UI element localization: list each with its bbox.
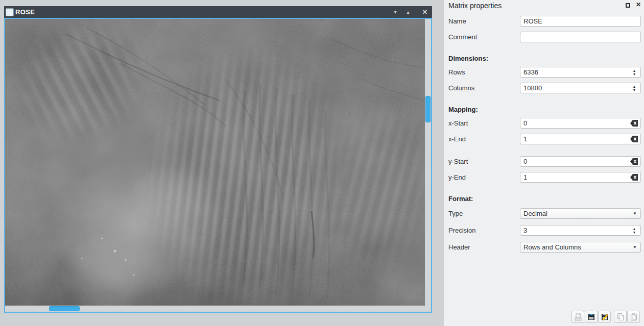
- save-as-button[interactable]: [598, 311, 611, 323]
- x-start-input[interactable]: [520, 118, 641, 129]
- matrix-image-viewport[interactable]: [5, 19, 425, 306]
- close-icon[interactable]: ✕: [420, 6, 430, 18]
- comment-input[interactable]: [520, 32, 641, 42]
- panel-close-icon[interactable]: ✕: [636, 1, 641, 8]
- window-title: ROSE: [15, 8, 35, 16]
- y-end-input[interactable]: [520, 172, 641, 183]
- vertical-scrollbar-handle[interactable]: [425, 96, 431, 122]
- clear-icon[interactable]: [630, 119, 638, 127]
- name-label: Name: [448, 16, 466, 27]
- precision-label: Precision: [448, 225, 475, 236]
- clear-icon[interactable]: [630, 173, 638, 181]
- clear-icon[interactable]: [630, 158, 638, 165]
- rows-spinner[interactable]: ▲ ▼: [631, 67, 638, 77]
- format-heading: Format:: [448, 194, 473, 204]
- shade-icon[interactable]: ▾: [390, 6, 400, 18]
- paste-icon: [630, 313, 638, 321]
- spin-down-icon[interactable]: ▼: [633, 72, 636, 76]
- header-dropdown-value: Rows and Columns: [523, 243, 581, 251]
- dimensions-heading: Dimensions:: [448, 54, 488, 63]
- type-dropdown[interactable]: Decimal ▼: [520, 208, 641, 219]
- spin-down-icon[interactable]: ▼: [633, 231, 636, 234]
- horizontal-scrollbar[interactable]: [5, 306, 425, 312]
- rows-label: Rows: [448, 67, 465, 78]
- import-icon: [574, 313, 582, 321]
- window-titlebar[interactable]: ROSE ▾ ▴ ✕: [4, 6, 432, 18]
- save-icon: [587, 313, 595, 321]
- columns-label: Columns: [448, 83, 474, 93]
- vertical-scrollbar[interactable]: [425, 19, 431, 306]
- header-label: Header: [448, 242, 470, 253]
- precision-input[interactable]: [520, 225, 641, 236]
- chevron-down-icon: ▼: [633, 209, 637, 219]
- save-edit-icon: [601, 313, 609, 321]
- horizontal-scrollbar-handle[interactable]: [49, 306, 80, 311]
- comment-label: Comment: [448, 32, 477, 42]
- spin-up-icon[interactable]: ▲: [633, 85, 636, 88]
- paste-button[interactable]: [627, 311, 640, 323]
- copy-icon: [616, 313, 625, 321]
- clear-icon[interactable]: [630, 135, 638, 143]
- chevron-down-icon: ▼: [633, 242, 637, 253]
- x-end-input[interactable]: [520, 134, 641, 144]
- unshade-icon[interactable]: ▴: [403, 6, 413, 18]
- window-body: [4, 18, 432, 313]
- panel-title: Matrix properties: [448, 2, 502, 10]
- table-icon: [6, 8, 14, 16]
- type-dropdown-value: Decimal: [523, 210, 547, 217]
- rows-input[interactable]: [520, 67, 641, 78]
- x-end-label: x-End: [448, 134, 466, 144]
- precision-spinner[interactable]: ▲ ▼: [631, 225, 638, 235]
- type-label: Type: [448, 208, 463, 219]
- save-button[interactable]: [585, 311, 598, 323]
- columns-input[interactable]: [520, 83, 641, 93]
- name-input[interactable]: [520, 16, 641, 27]
- y-end-label: y-End: [448, 172, 466, 183]
- texture-grain: [5, 19, 425, 306]
- spin-down-icon[interactable]: ▼: [633, 88, 636, 92]
- columns-spinner[interactable]: ▲ ▼: [631, 83, 638, 93]
- y-start-input[interactable]: [520, 156, 641, 167]
- copy-button[interactable]: [614, 311, 627, 323]
- x-start-label: x-Start: [448, 118, 468, 129]
- float-icon[interactable]: [626, 3, 630, 8]
- application-root: ROSE ▾ ▴ ✕: [0, 0, 644, 326]
- spin-up-icon[interactable]: ▲: [633, 69, 636, 72]
- matrix-properties-panel: Matrix properties ✕ Name Comment Dimensi…: [444, 0, 644, 326]
- import-button[interactable]: [571, 311, 584, 323]
- matrix-window: ROSE ▾ ▴ ✕: [4, 6, 432, 313]
- spin-up-icon[interactable]: ▲: [633, 227, 636, 231]
- mapping-heading: Mapping:: [448, 105, 478, 114]
- y-start-label: y-Start: [448, 156, 468, 167]
- header-dropdown[interactable]: Rows and Columns ▼: [520, 242, 641, 253]
- scrollbar-corner: [425, 306, 431, 312]
